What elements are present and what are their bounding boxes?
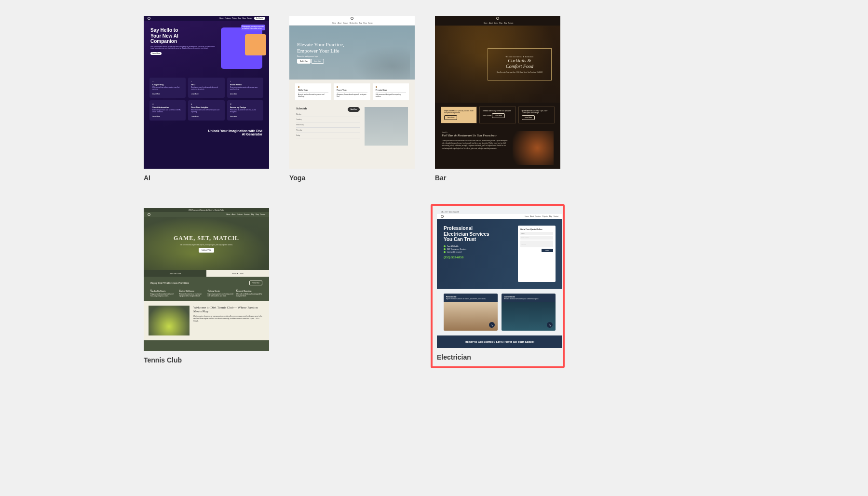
thumbnail-yoga[interactable]: HomeAboutClassesMembershipBlogShopContac…: [289, 16, 415, 169]
nav: HomeFeaturesPricingBlogShopContact Get S…: [144, 16, 269, 21]
gallery-item-electrician-selected: CALL 24/7 • (255) 352-6258 HomeAboutServ…: [431, 204, 565, 368]
gallery-item-ai: HomeFeaturesPricingBlogShopContact Get S…: [144, 16, 269, 182]
gallery-item-yoga: HomeAboutClassesMembershipBlogShopContac…: [289, 16, 415, 182]
arrow-icon: ↘: [547, 322, 553, 328]
thumbnail-label: Electrician: [437, 353, 558, 361]
nav: HomeAboutClassesMembershipBlogShopContac…: [289, 21, 415, 26]
thumbnail-bar[interactable]: HomeAboutMenuShopBlogContact Welcome to …: [435, 16, 560, 169]
thumbnail-label: Yoga: [289, 174, 415, 182]
thumbnail-tennis[interactable]: 2025 Tournament Signups Are Open! — Regi…: [144, 208, 269, 351]
gallery-item-tennis: 2025 Tournament Signups Are Open! — Regi…: [144, 208, 269, 364]
logo-icon: [148, 17, 150, 20]
thumbnail-label: AI: [144, 174, 269, 182]
thumbnail-label: Bar: [435, 174, 560, 182]
thumbnail-electrician[interactable]: CALL 24/7 • (255) 352-6258 HomeAboutServ…: [437, 210, 562, 348]
thumbnail-label: Tennis Club: [144, 356, 269, 364]
thumbnail-ai[interactable]: HomeFeaturesPricingBlogShopContact Get S…: [144, 16, 269, 169]
arrow-icon: ↘: [489, 322, 495, 328]
template-gallery: HomeFeaturesPricingBlogShopContact Get S…: [0, 0, 868, 364]
gallery-item-bar: HomeAboutMenuShopBlogContact Welcome to …: [435, 16, 560, 182]
